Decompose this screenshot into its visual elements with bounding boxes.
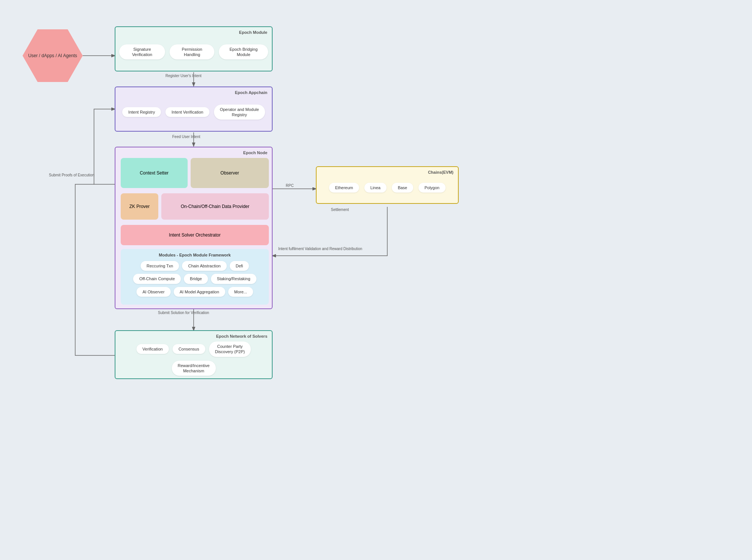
bridge-pill: Bridge <box>184 274 208 284</box>
intent-verification-pill: Intent Verification <box>165 107 209 117</box>
permission-handling-pill: Permission Handling <box>170 44 214 60</box>
base-pill: Base <box>392 183 413 193</box>
defi-pill: Defi <box>230 261 249 271</box>
epoch-node-box: Epoch Node Context Setter Observer ZK Pr… <box>115 147 273 309</box>
epoch-appchain-title: Epoch Appchain <box>235 90 267 95</box>
chains-evm-box: Chains(EVM) Ethereum Linea Base Polygon <box>316 166 459 204</box>
hexagon-label: User / dApps / AI Agents <box>24 49 81 63</box>
rpc-label: RPC <box>286 184 294 188</box>
offchain-compute-pill: Off-Chain Compute <box>133 274 181 284</box>
context-setter-box: Context Setter <box>121 158 188 188</box>
operator-module-registry-pill: Operator and ModuleRegistry <box>214 105 265 120</box>
intent-fulfillment-label: Intent fulfilment Validation and Reward … <box>278 247 362 251</box>
verification-pill: Verification <box>136 344 169 354</box>
epoch-module-title: Epoch Module <box>239 30 267 35</box>
modules-section: Modules - Epoch Module Framework Reccuri… <box>121 249 269 305</box>
settlement-label: Settlement <box>331 208 349 212</box>
more-pill: More... <box>228 287 253 297</box>
polygon-pill: Polygon <box>418 183 446 193</box>
intent-registry-pill: Intent Registry <box>122 107 161 117</box>
data-provider-box: On-Chain/Off-Chain Data Provider <box>161 193 269 220</box>
recurring-txn-pill: Reccuring Txn <box>141 261 179 271</box>
staking-restaking-pill: Staking/Restaking <box>211 274 256 284</box>
chain-abstraction-pill: Chain Abstraction <box>182 261 226 271</box>
ai-observer-pill: AI Observer <box>136 287 171 297</box>
reward-incentive-pill: Reward/IncentiveMechanism <box>172 361 216 376</box>
epoch-node-title: Epoch Node <box>243 150 267 155</box>
intent-solver-box: Intent Solver Orchestrator <box>121 225 269 245</box>
user-agents-hexagon: User / dApps / AI Agents <box>23 29 83 82</box>
epoch-network-box: Epoch Network of Solvers Verification Co… <box>115 330 273 379</box>
epoch-appchain-box: Epoch Appchain Intent Registry Intent Ve… <box>115 87 273 132</box>
consensus-pill: Consensus <box>173 344 205 354</box>
submit-proofs-label: Submit Proofs of Execution <box>49 173 94 177</box>
epoch-bridging-module-pill: Epoch Bridging Module <box>219 44 268 60</box>
submit-solution-label: Submit Solution for Verification <box>158 311 209 315</box>
zk-prover-box: ZK Prover <box>121 193 158 220</box>
observer-box: Observer <box>191 158 269 188</box>
epoch-network-title: Epoch Network of Solvers <box>216 334 267 338</box>
modules-label: Modules - Epoch Module Framework <box>124 253 265 257</box>
counter-party-pill: Counter PartyDiscovery (P2P) <box>209 341 251 357</box>
register-intent-label: Register User's Intent <box>165 74 202 78</box>
linea-pill: Linea <box>364 183 387 193</box>
feed-intent-label: Feed User Intent <box>172 135 200 139</box>
signature-verification-pill: Signature Verification <box>119 44 165 60</box>
ethereum-pill: Ethereum <box>329 183 359 193</box>
epoch-module-box: Epoch Module Signature Verification Perm… <box>115 26 273 71</box>
chains-evm-title: Chains(EVM) <box>428 170 453 175</box>
ai-model-aggregation-pill: AI Model Aggregation <box>174 287 225 297</box>
